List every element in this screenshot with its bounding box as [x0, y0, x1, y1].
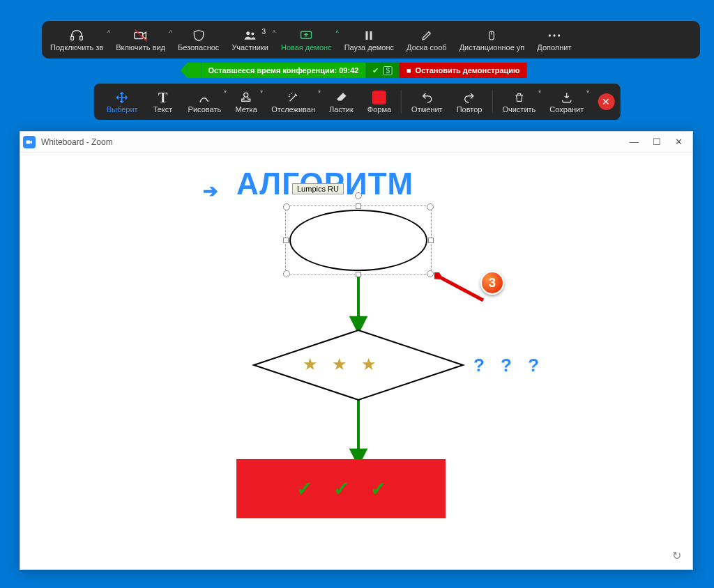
eraser-icon	[335, 90, 347, 105]
label: Выберит	[107, 105, 138, 114]
chevron-down-icon: ▾	[260, 88, 263, 95]
chevron-down-icon: ▾	[224, 88, 227, 95]
zoom-logo-icon	[23, 136, 36, 148]
tool-clear[interactable]: Очистить ▾	[495, 86, 542, 117]
start-video-button[interactable]: Включить вид ^	[110, 28, 171, 52]
annotation-toolbar: Выберит T Текст Рисовать ▾ Метка ▾ Отсле…	[94, 84, 621, 120]
undo-icon	[420, 90, 434, 105]
format-color-icon	[372, 90, 386, 105]
tool-draw[interactable]: Рисовать ▾	[181, 86, 229, 117]
chevron-down-icon: ▾	[318, 88, 321, 95]
svg-point-5	[251, 33, 254, 36]
label: Текст	[153, 105, 173, 114]
label: Очистить	[502, 105, 536, 114]
text-icon: T	[158, 90, 167, 105]
banner-badges: ✔ $	[365, 63, 400, 78]
pause-icon	[363, 28, 375, 43]
chevron-down-icon: ▾	[586, 88, 589, 95]
question-marks: ? ? ?	[473, 355, 545, 376]
tool-select[interactable]: Выберит	[100, 86, 145, 117]
mouse-icon	[486, 28, 497, 43]
svg-point-14	[244, 93, 248, 97]
more-icon	[547, 28, 561, 43]
maximize-button[interactable]: ☐	[653, 137, 661, 147]
label: Дистанционное уп	[459, 43, 525, 52]
svg-rect-7	[366, 31, 368, 40]
label: Ластик	[329, 105, 354, 114]
whiteboard-window: Whiteboard - Zoom — ☐ ✕ ➔ АЛГОРИТМ Lumpi…	[20, 131, 693, 570]
banner-arrow-icon	[188, 63, 202, 78]
join-audio-button[interactable]: Подключить зв ^	[45, 28, 109, 52]
meeting-control-bar: Подключить зв ^ Включить вид ^ Безопасно…	[42, 21, 700, 59]
shield-check-icon: ✔	[372, 66, 379, 75]
save-icon	[561, 90, 573, 105]
share-status-banner: Оставшееся время конференции: 09:42 ✔ $ …	[188, 63, 527, 78]
share-indicator-icon: ↻	[672, 549, 681, 562]
title-bar: Whiteboard - Zoom — ☐ ✕	[20, 132, 692, 153]
label: Доска сооб	[407, 43, 447, 52]
shield-icon	[192, 28, 206, 43]
tool-stamp[interactable]: Метка ▾	[228, 86, 264, 117]
svg-line-3	[135, 30, 146, 42]
svg-point-13	[558, 34, 560, 36]
whiteboard-canvas[interactable]: ➔ АЛГОРИТМ Lumpics RU	[20, 153, 692, 569]
video-off-icon	[133, 28, 149, 43]
participants-count: 3	[261, 28, 266, 36]
label: Отменит	[411, 105, 443, 114]
window-title: Whiteboard - Zoom	[41, 137, 113, 147]
stamp-icon	[240, 90, 252, 105]
headphones-icon	[69, 28, 84, 43]
pause-share-button[interactable]: Пауза демонс	[339, 28, 400, 52]
stars-row: ★ ★ ★	[303, 355, 377, 374]
divider	[401, 90, 402, 114]
label: Метка	[236, 105, 257, 114]
label: Пауза демонс	[344, 43, 394, 52]
svg-point-11	[549, 34, 551, 36]
label: Включить вид	[116, 43, 165, 52]
redo-icon	[462, 90, 476, 105]
svg-rect-8	[370, 31, 372, 40]
wand-icon	[287, 90, 300, 105]
participants-button[interactable]: 3 Участники ^	[226, 28, 274, 52]
trash-icon	[513, 90, 524, 105]
check-icon: ✓	[333, 477, 349, 500]
tool-spotlight[interactable]: Отслеживан ▾	[264, 86, 322, 117]
label: Отслеживан	[271, 105, 315, 114]
tool-eraser[interactable]: Ластик	[322, 86, 360, 117]
time-remaining: Оставшееся время конференции: 09:42	[202, 63, 366, 78]
tool-redo[interactable]: Повтор	[450, 86, 489, 117]
star-icon: ★	[332, 355, 347, 374]
security-button[interactable]: Безопаснос	[172, 28, 225, 52]
remote-control-button[interactable]: Дистанционное уп	[454, 28, 531, 52]
pencil-icon	[420, 28, 433, 43]
svg-rect-15	[26, 140, 31, 144]
check-icon: ✓	[296, 477, 312, 500]
star-icon: ★	[361, 355, 377, 374]
close-toolbar-button[interactable]: ✕	[598, 93, 614, 110]
label: Подключить зв	[50, 43, 103, 52]
svg-point-12	[553, 34, 555, 36]
more-button[interactable]: Дополнит	[531, 28, 577, 52]
tool-undo[interactable]: Отменит	[404, 86, 450, 117]
svg-point-4	[246, 31, 250, 35]
money-badge: $	[383, 66, 393, 75]
svg-rect-1	[80, 36, 83, 40]
label: Повтор	[457, 105, 483, 114]
close-button[interactable]: ✕	[675, 137, 683, 147]
label: Дополнит	[537, 43, 571, 52]
divider	[492, 90, 492, 114]
tool-format[interactable]: Форма	[360, 86, 398, 117]
chevron-down-icon: ▾	[538, 88, 541, 95]
label: Сохранит	[549, 105, 584, 114]
tool-save[interactable]: Сохранит ▾	[542, 86, 591, 117]
svg-rect-0	[71, 36, 74, 40]
tool-text[interactable]: T Текст	[145, 86, 181, 117]
annotate-button[interactable]: Доска сооб	[401, 28, 453, 52]
move-icon	[115, 90, 129, 105]
new-share-button[interactable]: Новая демонс ^	[275, 28, 337, 52]
label: Форма	[367, 105, 391, 114]
participants-icon	[243, 28, 258, 43]
stop-share-button[interactable]: ■Остановить демонстрацию	[400, 63, 527, 78]
minimize-button[interactable]: —	[630, 137, 639, 147]
share-screen-icon	[298, 28, 314, 43]
